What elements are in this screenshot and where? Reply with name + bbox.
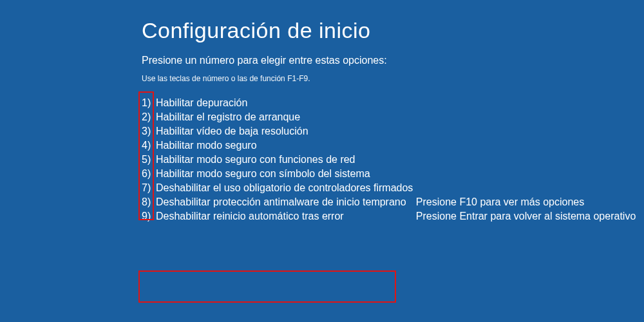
- option-number: 9): [142, 209, 156, 223]
- boot-option[interactable]: 6) Habilitar modo seguro con símbolo del…: [142, 167, 413, 181]
- key-hint-text: Use las teclas de número o las de funció…: [142, 74, 644, 83]
- option-number: 4): [142, 138, 156, 153]
- option-number: 1): [142, 96, 156, 110]
- option-number: 2): [142, 110, 156, 124]
- boot-option[interactable]: 1) Habilitar depuración: [142, 96, 413, 110]
- option-label: Deshabilitar protección antimalware de i…: [156, 195, 406, 209]
- option-label: Habilitar el registro de arranque: [156, 110, 300, 124]
- instruction-text: Presione un número para elegir entre est…: [142, 55, 644, 66]
- annotation-highlight-box: [138, 270, 396, 303]
- startup-settings-screen: Configuración de inicio Presione un núme…: [0, 0, 644, 223]
- option-label: Habilitar depuración: [156, 96, 247, 110]
- boot-option[interactable]: 3) Habilitar vídeo de baja resolución: [142, 124, 413, 138]
- option-label: Habilitar vídeo de baja resolución: [156, 124, 308, 138]
- option-label: Deshabilitar el uso obligatorio de contr…: [156, 181, 413, 195]
- option-label: Habilitar modo seguro: [156, 138, 257, 153]
- boot-option[interactable]: 2) Habilitar el registro de arranque: [142, 110, 413, 124]
- boot-option[interactable]: 4) Habilitar modo seguro: [142, 138, 413, 153]
- option-label: Deshabilitar reinicio automático tras er…: [156, 209, 344, 223]
- boot-option[interactable]: 9) Deshabilitar reinicio automático tras…: [142, 209, 413, 223]
- option-label: Habilitar modo seguro con símbolo del si…: [156, 167, 370, 181]
- option-number: 5): [142, 153, 156, 167]
- boot-options-list: 1) Habilitar depuración 2) Habilitar el …: [142, 96, 413, 223]
- footer-instructions: Presione F10 para ver más opciones Presi…: [416, 195, 636, 223]
- boot-option[interactable]: 5) Habilitar modo seguro con funciones d…: [142, 153, 413, 167]
- boot-option[interactable]: 7) Deshabilitar el uso obligatorio de co…: [142, 181, 413, 195]
- option-label: Habilitar modo seguro con funciones de r…: [156, 153, 355, 167]
- boot-option[interactable]: 8) Deshabilitar protección antimalware d…: [142, 195, 413, 209]
- return-os-hint: Presione Entrar para volver al sistema o…: [416, 209, 636, 223]
- more-options-hint: Presione F10 para ver más opciones: [416, 195, 636, 209]
- option-number: 8): [142, 195, 156, 209]
- option-number: 7): [142, 181, 156, 195]
- page-title: Configuración de inicio: [142, 18, 644, 43]
- option-number: 6): [142, 167, 156, 181]
- option-number: 3): [142, 124, 156, 138]
